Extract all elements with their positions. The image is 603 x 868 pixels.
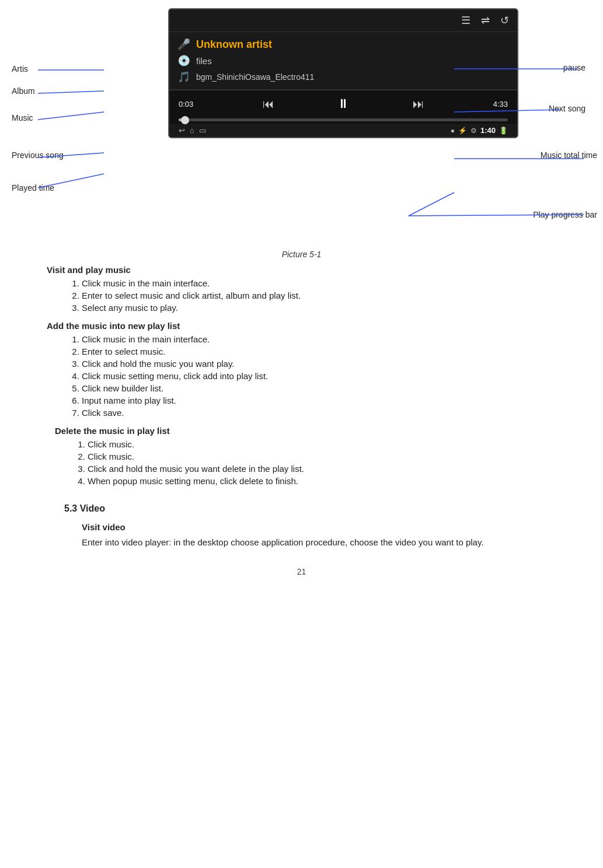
svg-line-2 [38, 112, 104, 120]
track-name: bgm_ShinichiOsawa_Electro411 [196, 72, 314, 82]
time-total: 4:33 [487, 100, 508, 108]
delete-music-heading: Delete the music in play list [55, 426, 556, 436]
next-button[interactable]: ⏭ [413, 97, 424, 111]
status-icons: ↩ ⌂ ▭ [179, 126, 206, 135]
player-top-bar: ☰ ⇌ ↺ [169, 9, 517, 32]
album-row: 💿 files [177, 54, 509, 67]
album-name: files [196, 56, 212, 66]
visit-video-heading: Visit video [82, 522, 556, 532]
player-info: 🎤 Unknown artist 💿 files 🎵 bgm_ShinichiO… [169, 32, 517, 89]
list-item: Click music. [88, 452, 556, 461]
signal-icon: ● [451, 127, 455, 135]
list-item: Click music setting menu, click add into… [82, 371, 556, 381]
visit-play-section: Visit and play music Click music in the … [47, 265, 556, 313]
delete-music-list: Click music. Click music. Click and hold… [88, 439, 556, 486]
progress-bar-container[interactable] [169, 117, 517, 124]
label-next-song: Next song [549, 104, 585, 113]
visit-play-heading: Visit and play music [47, 265, 556, 275]
video-section-title: 5.3 Video [64, 503, 556, 514]
delete-music-section: Delete the music in play list Click musi… [47, 426, 556, 486]
album-icon: 💿 [177, 54, 190, 67]
repeat-icon: ↺ [500, 14, 509, 27]
list-item: Input name into play list. [82, 396, 556, 405]
pause-button[interactable]: ⏸ [337, 96, 350, 111]
label-album: Album [12, 86, 35, 96]
visit-play-list: Click music in the main interface. Enter… [82, 278, 556, 313]
picture-caption: Picture 5-1 [0, 250, 603, 259]
visit-video-body: Enter into video player: in the desktop … [82, 536, 556, 550]
label-music-total-time: Music total time [541, 150, 597, 160]
list-item: Select any music to play. [82, 303, 556, 313]
back-icon: ↩ [179, 126, 185, 135]
list-item: Enter to select music and click artist, … [82, 290, 556, 300]
page-number: 21 [0, 567, 603, 588]
music-player: ☰ ⇌ ↺ 🎤 Unknown artist 💿 files 🎵 [168, 8, 518, 138]
artist-row: 🎤 Unknown artist [177, 38, 509, 51]
list-item: Click music in the main interface. [82, 334, 556, 344]
video-section: 5.3 Video Visit video Enter into video p… [47, 503, 556, 550]
bt-icon: ⚙ [470, 127, 477, 135]
list-item: Click music. [88, 439, 556, 449]
list-item: Click save. [82, 408, 556, 418]
status-time: 1:40 [480, 126, 496, 135]
track-row: 🎵 bgm_ShinichiOsawa_Electro411 [177, 71, 509, 83]
label-previous-song: Previous song [12, 150, 64, 160]
artist-name: Unknown artist [196, 38, 272, 51]
label-played-time: Played time [12, 183, 54, 192]
add-music-list: Click music in the main interface. Enter… [82, 334, 556, 418]
artist-icon: 🎤 [177, 38, 190, 51]
battery-icon: 🔋 [499, 127, 508, 135]
time-played: 0:03 [179, 100, 200, 108]
shuffle-icon: ⇌ [481, 14, 490, 27]
list-item: When popup music setting menu, click del… [88, 476, 556, 486]
add-music-heading: Add the music into new play list [47, 321, 556, 331]
list-item: Click and hold the music you want play. [82, 359, 556, 369]
playlist-icon: ☰ [461, 14, 470, 27]
wifi-icon: ⚡ [458, 127, 467, 135]
label-play-progress-bar: Play progress bar [533, 210, 597, 219]
label-pause: pause [563, 63, 585, 72]
menu-icon: ▭ [199, 126, 206, 135]
progress-thumb [181, 116, 189, 124]
content-area: Visit and play music Click music in the … [0, 265, 603, 550]
label-artist: Artis [12, 64, 28, 74]
label-music: Music [12, 113, 33, 123]
add-music-section: Add the music into new play list Click m… [47, 321, 556, 418]
list-item: Click and hold the music you want delete… [88, 464, 556, 474]
list-item: Click music in the main interface. [82, 278, 556, 288]
player-status-bar: ↩ ⌂ ▭ ● ⚡ ⚙ 1:40 🔋 [169, 124, 517, 137]
svg-line-1 [38, 91, 104, 93]
svg-line-8 [409, 192, 454, 216]
music-note-icon: 🎵 [177, 71, 190, 83]
prev-button[interactable]: ⏮ [263, 97, 274, 111]
list-item: Enter to select music. [82, 346, 556, 356]
list-item: Click new builder list. [82, 383, 556, 393]
progress-track [179, 118, 508, 121]
home-icon: ⌂ [190, 126, 194, 135]
player-controls: 0:03 ⏮ ⏸ ⏭ 4:33 [169, 90, 517, 117]
